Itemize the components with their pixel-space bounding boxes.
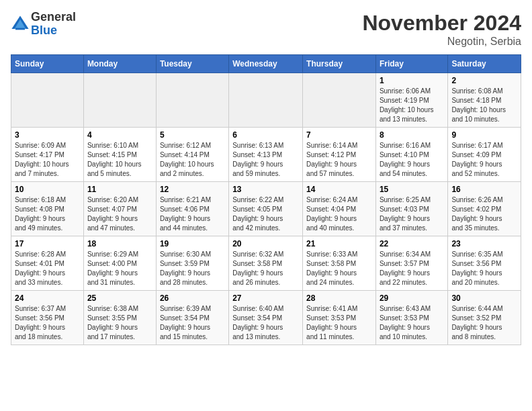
day-number: 23 <box>451 239 517 248</box>
day-info: Sunrise: 6:33 AM Sunset: 3:58 PM Dayligh… <box>306 250 372 287</box>
calendar-cell-w3-d3: 12Sunrise: 6:21 AM Sunset: 4:06 PM Dayli… <box>156 182 228 236</box>
day-info: Sunrise: 6:44 AM Sunset: 3:52 PM Dayligh… <box>451 304 517 342</box>
day-number: 4 <box>87 130 152 140</box>
day-info: Sunrise: 6:06 AM Sunset: 4:19 PM Dayligh… <box>380 87 444 124</box>
calendar-cell-w1-d5 <box>303 73 376 128</box>
day-number: 17 <box>15 239 80 248</box>
day-number: 9 <box>451 130 517 140</box>
day-info: Sunrise: 6:24 AM Sunset: 4:04 PM Dayligh… <box>306 195 372 233</box>
day-info: Sunrise: 6:35 AM Sunset: 3:56 PM Dayligh… <box>451 250 517 287</box>
calendar-cell-w5-d5: 28Sunrise: 6:41 AM Sunset: 3:53 PM Dayli… <box>303 291 376 345</box>
logo: General Blue <box>11 11 76 38</box>
day-number: 24 <box>15 293 80 303</box>
calendar-body: 1Sunrise: 6:06 AM Sunset: 4:19 PM Daylig… <box>11 73 521 345</box>
day-info: Sunrise: 6:32 AM Sunset: 3:58 PM Dayligh… <box>232 250 299 287</box>
day-number: 3 <box>15 130 80 140</box>
day-number: 20 <box>232 239 299 248</box>
day-number: 7 <box>306 130 372 140</box>
header-tuesday: Tuesday <box>156 55 228 73</box>
day-number: 12 <box>160 185 225 194</box>
day-number: 29 <box>380 293 444 303</box>
calendar-cell-w1-d4 <box>229 73 303 128</box>
month-title: November 2024 <box>362 11 521 36</box>
calendar-cell-w4-d2: 18Sunrise: 6:29 AM Sunset: 4:00 PM Dayli… <box>83 236 156 291</box>
day-number: 28 <box>306 293 372 303</box>
calendar-cell-w2-d5: 7Sunrise: 6:14 AM Sunset: 4:12 PM Daylig… <box>303 128 376 182</box>
calendar-cell-w3-d1: 10Sunrise: 6:18 AM Sunset: 4:08 PM Dayli… <box>11 182 84 236</box>
day-info: Sunrise: 6:09 AM Sunset: 4:17 PM Dayligh… <box>15 141 80 179</box>
calendar-cell-w5-d6: 29Sunrise: 6:43 AM Sunset: 3:53 PM Dayli… <box>375 291 447 345</box>
day-info: Sunrise: 6:39 AM Sunset: 3:54 PM Dayligh… <box>160 304 225 342</box>
day-info: Sunrise: 6:41 AM Sunset: 3:53 PM Dayligh… <box>306 304 372 342</box>
day-info: Sunrise: 6:08 AM Sunset: 4:18 PM Dayligh… <box>451 87 517 124</box>
day-info: Sunrise: 6:43 AM Sunset: 3:53 PM Dayligh… <box>380 304 444 342</box>
day-number: 30 <box>451 293 517 303</box>
calendar-cell-w1-d6: 1Sunrise: 6:06 AM Sunset: 4:19 PM Daylig… <box>375 73 447 128</box>
calendar-cell-w2-d3: 5Sunrise: 6:12 AM Sunset: 4:14 PM Daylig… <box>156 128 228 182</box>
calendar-cell-w1-d1 <box>11 73 84 128</box>
day-number: 6 <box>232 130 299 140</box>
day-info: Sunrise: 6:40 AM Sunset: 3:54 PM Dayligh… <box>232 304 299 342</box>
weekday-header-row: Sunday Monday Tuesday Wednesday Thursday… <box>11 55 521 73</box>
calendar-week-4: 17Sunrise: 6:28 AM Sunset: 4:01 PM Dayli… <box>11 236 521 291</box>
calendar-cell-w4-d1: 17Sunrise: 6:28 AM Sunset: 4:01 PM Dayli… <box>11 236 84 291</box>
day-number: 16 <box>451 185 517 194</box>
calendar-cell-w3-d4: 13Sunrise: 6:22 AM Sunset: 4:05 PM Dayli… <box>229 182 303 236</box>
calendar-cell-w2-d2: 4Sunrise: 6:10 AM Sunset: 4:15 PM Daylig… <box>83 128 156 182</box>
day-info: Sunrise: 6:26 AM Sunset: 4:02 PM Dayligh… <box>451 195 517 233</box>
day-info: Sunrise: 6:37 AM Sunset: 3:56 PM Dayligh… <box>15 304 80 342</box>
header-thursday: Thursday <box>303 55 376 73</box>
calendar-cell-w4-d3: 19Sunrise: 6:30 AM Sunset: 3:59 PM Dayli… <box>156 236 228 291</box>
day-info: Sunrise: 6:14 AM Sunset: 4:12 PM Dayligh… <box>306 141 372 179</box>
day-number: 1 <box>380 76 444 85</box>
day-number: 8 <box>380 130 444 140</box>
day-info: Sunrise: 6:13 AM Sunset: 4:13 PM Dayligh… <box>232 141 299 179</box>
header-friday: Friday <box>375 55 447 73</box>
logo-general-text: General <box>31 10 76 24</box>
calendar-cell-w2-d7: 9Sunrise: 6:17 AM Sunset: 4:09 PM Daylig… <box>448 128 521 182</box>
day-info: Sunrise: 6:21 AM Sunset: 4:06 PM Dayligh… <box>160 195 225 233</box>
day-number: 15 <box>380 185 444 194</box>
calendar-week-5: 24Sunrise: 6:37 AM Sunset: 3:56 PM Dayli… <box>11 291 521 345</box>
day-info: Sunrise: 6:22 AM Sunset: 4:05 PM Dayligh… <box>232 195 299 233</box>
header-wednesday: Wednesday <box>229 55 303 73</box>
day-info: Sunrise: 6:18 AM Sunset: 4:08 PM Dayligh… <box>15 195 80 233</box>
title-block: November 2024 Negotin, Serbia <box>362 11 521 48</box>
calendar-cell-w3-d5: 14Sunrise: 6:24 AM Sunset: 4:04 PM Dayli… <box>303 182 376 236</box>
calendar-cell-w5-d4: 27Sunrise: 6:40 AM Sunset: 3:54 PM Dayli… <box>229 291 303 345</box>
calendar-cell-w2-d4: 6Sunrise: 6:13 AM Sunset: 4:13 PM Daylig… <box>229 128 303 182</box>
calendar-cell-w4-d4: 20Sunrise: 6:32 AM Sunset: 3:58 PM Dayli… <box>229 236 303 291</box>
day-info: Sunrise: 6:20 AM Sunset: 4:07 PM Dayligh… <box>87 195 152 233</box>
calendar-cell-w2-d1: 3Sunrise: 6:09 AM Sunset: 4:17 PM Daylig… <box>11 128 84 182</box>
day-info: Sunrise: 6:29 AM Sunset: 4:00 PM Dayligh… <box>87 250 152 287</box>
header-monday: Monday <box>83 55 156 73</box>
svg-rect-2 <box>15 28 25 30</box>
day-info: Sunrise: 6:17 AM Sunset: 4:09 PM Dayligh… <box>451 141 517 179</box>
day-number: 27 <box>232 293 299 303</box>
calendar-table: Sunday Monday Tuesday Wednesday Thursday… <box>11 54 521 345</box>
day-number: 21 <box>306 239 372 248</box>
day-number: 13 <box>232 185 299 194</box>
day-number: 10 <box>15 185 80 194</box>
day-info: Sunrise: 6:38 AM Sunset: 3:55 PM Dayligh… <box>87 304 152 342</box>
header-saturday: Saturday <box>448 55 521 73</box>
day-number: 22 <box>380 239 444 248</box>
calendar-week-2: 3Sunrise: 6:09 AM Sunset: 4:17 PM Daylig… <box>11 128 521 182</box>
calendar-cell-w4-d5: 21Sunrise: 6:33 AM Sunset: 3:58 PM Dayli… <box>303 236 376 291</box>
day-number: 2 <box>451 76 517 85</box>
day-number: 19 <box>160 239 225 248</box>
calendar-cell-w5-d2: 25Sunrise: 6:38 AM Sunset: 3:55 PM Dayli… <box>83 291 156 345</box>
day-number: 14 <box>306 185 372 194</box>
day-info: Sunrise: 6:25 AM Sunset: 4:03 PM Dayligh… <box>380 195 444 233</box>
day-info: Sunrise: 6:10 AM Sunset: 4:15 PM Dayligh… <box>87 141 152 179</box>
location: Negotin, Serbia <box>362 36 521 48</box>
day-info: Sunrise: 6:28 AM Sunset: 4:01 PM Dayligh… <box>15 250 80 287</box>
calendar-cell-w5-d3: 26Sunrise: 6:39 AM Sunset: 3:54 PM Dayli… <box>156 291 228 345</box>
calendar-header: Sunday Monday Tuesday Wednesday Thursday… <box>11 55 521 73</box>
calendar-week-3: 10Sunrise: 6:18 AM Sunset: 4:08 PM Dayli… <box>11 182 521 236</box>
day-info: Sunrise: 6:30 AM Sunset: 3:59 PM Dayligh… <box>160 250 225 287</box>
calendar-cell-w5-d7: 30Sunrise: 6:44 AM Sunset: 3:52 PM Dayli… <box>448 291 521 345</box>
logo-icon <box>11 15 30 34</box>
header-sunday: Sunday <box>11 55 84 73</box>
calendar-cell-w3-d6: 15Sunrise: 6:25 AM Sunset: 4:03 PM Dayli… <box>375 182 447 236</box>
